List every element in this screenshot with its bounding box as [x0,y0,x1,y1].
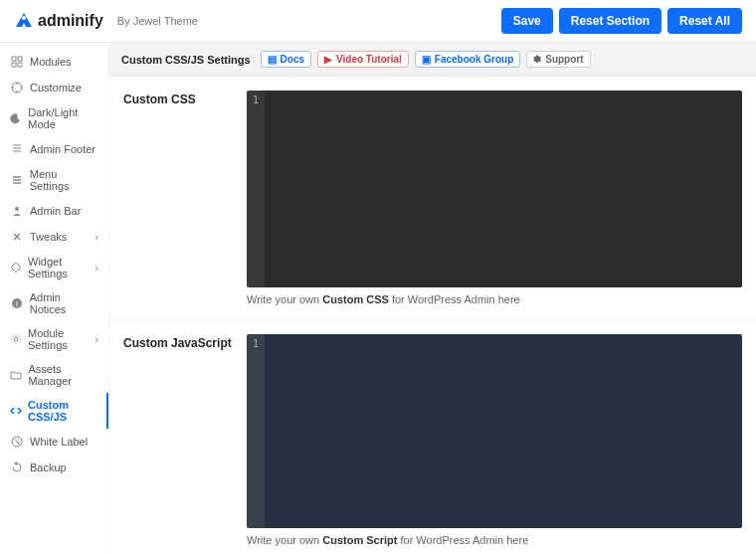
layout: Modules Customize Dark/Light Mode Admin … [0,43,756,553]
custom-js-editor[interactable]: 1 [247,334,742,528]
sidebar-item-label: Custom CSS/JS [28,399,98,423]
docs-link[interactable]: ▤Docs [261,51,311,68]
sidebar-item-label: Admin Notices [30,291,98,315]
custom-css-section: Custom CSS 1 Write your own Custom CSS f… [109,77,756,320]
footer-icon [10,142,24,156]
badge-label: Support [545,54,583,65]
user-icon [10,204,24,218]
sidebar-item-label: Tweaks [30,231,67,243]
customize-icon [10,81,24,94]
helper-bold: Custom Script [322,534,397,546]
no-icon [10,435,24,449]
helper-text: Write your own [247,293,322,305]
modules-icon [10,55,24,69]
chevron-right-icon: › [94,231,98,243]
sidebar-item-label: Backup [30,461,67,473]
sidebar-item-label: Dark/Light Mode [28,106,98,130]
moon-icon [10,111,22,125]
sidebar-item-label: Module Settings [28,327,89,351]
custom-js-body: 1 Write your own Custom Script for WordP… [247,334,742,546]
sidebar-item-admin-footer[interactable]: Admin Footer [0,136,108,162]
custom-js-label: Custom JavaScript [123,334,233,546]
editor-gutter: 1 [247,91,265,287]
chevron-right-icon: › [94,333,98,345]
custom-js-section: Custom JavaScript 1 Write your own Custo… [109,320,756,553]
page-bar: Custom CSS/JS Settings ▤Docs ▶Video Tuto… [109,43,756,77]
svg-rect-4 [18,63,22,67]
helper-text: for WordPress Admin here [389,293,520,305]
svg-rect-2 [18,57,22,61]
sidebar-item-tweaks[interactable]: Tweaks › [0,224,108,250]
svg-point-6 [15,207,19,211]
play-icon: ▶ [324,54,332,65]
sidebar-item-modules[interactable]: Modules [0,49,108,75]
svg-text:i: i [16,299,18,308]
sidebar-item-label: Menu Settings [30,168,98,192]
badge-label: Docs [281,54,304,65]
facebook-group-link[interactable]: ▣Facebook Group [415,51,520,68]
sidebar-item-label: Admin Footer [30,143,95,155]
page-title: Custom CSS/JS Settings [121,54,251,66]
sidebar-item-admin-bar[interactable]: Admin Bar [0,198,108,224]
sidebar-item-label: White Label [30,436,88,448]
settings-icon [10,332,22,346]
badge-label: Video Tutorial [336,54,402,65]
sidebar-item-assets-manager[interactable]: Assets Manager [0,357,108,393]
editor-gutter: 1 [247,334,265,528]
sidebar-item-label: Assets Manager [28,363,98,387]
custom-css-editor[interactable]: 1 [247,91,742,287]
custom-css-helper: Write your own Custom CSS for WordPress … [247,293,742,305]
svg-rect-1 [12,57,16,61]
folder-icon [10,368,22,382]
helper-text: Write your own [247,534,322,546]
facebook-icon: ▣ [422,54,431,65]
book-icon: ▤ [268,54,277,65]
app-header: adminify By Jewel Theme Save Reset Secti… [0,0,756,43]
sidebar-item-module-settings[interactable]: Module Settings › [0,321,108,357]
helper-text: for WordPress Admin here [397,534,528,546]
logo-mark-icon [14,11,34,31]
sidebar-item-widget-settings[interactable]: Widget Settings › [0,250,108,285]
info-icon: i [10,296,24,310]
backup-icon [10,461,24,474]
lifering-icon: ✽ [533,54,541,65]
badge-label: Facebook Group [435,54,513,65]
sidebar-item-darklight[interactable]: Dark/Light Mode [0,100,108,136]
sidebar: Modules Customize Dark/Light Mode Admin … [0,43,109,553]
chevron-right-icon: › [94,262,98,274]
reset-section-button[interactable]: Reset Section [559,8,662,34]
support-link[interactable]: ✽Support [526,51,590,68]
sidebar-item-label: Modules [30,56,72,68]
sidebar-item-label: Admin Bar [30,205,81,217]
code-icon [10,404,22,418]
main-content: Custom CSS/JS Settings ▤Docs ▶Video Tuto… [109,43,756,553]
sidebar-item-admin-notices[interactable]: i Admin Notices [0,285,108,321]
video-tutorial-link[interactable]: ▶Video Tutorial [317,51,409,68]
sidebar-item-custom-cssjs[interactable]: Custom CSS/JS [0,393,108,429]
reset-all-button[interactable]: Reset All [667,8,742,34]
custom-js-helper: Write your own Custom Script for WordPre… [247,534,742,546]
save-button[interactable]: Save [501,8,553,34]
custom-css-body: 1 Write your own Custom CSS for WordPres… [247,91,742,305]
sidebar-item-backup[interactable]: Backup [0,455,108,480]
tools-icon [10,230,24,244]
svg-point-0 [22,16,26,20]
svg-rect-3 [12,63,16,67]
header-actions: Save Reset Section Reset All [501,8,742,34]
header-left: adminify By Jewel Theme [14,11,198,31]
svg-point-9 [14,337,18,341]
sidebar-item-label: Widget Settings [28,256,89,279]
sidebar-item-label: Customize [30,82,82,93]
widget-icon [10,261,22,275]
logo-text: adminify [38,12,103,30]
sidebar-item-customize[interactable]: Customize [0,75,108,100]
helper-bold: Custom CSS [322,293,389,305]
sidebar-item-menu-settings[interactable]: Menu Settings [0,162,108,198]
menu-icon [10,173,24,187]
custom-css-label: Custom CSS [123,91,233,305]
sidebar-item-white-label[interactable]: White Label [0,429,108,455]
by-theme-label: By Jewel Theme [117,15,198,27]
logo: adminify [14,11,103,31]
